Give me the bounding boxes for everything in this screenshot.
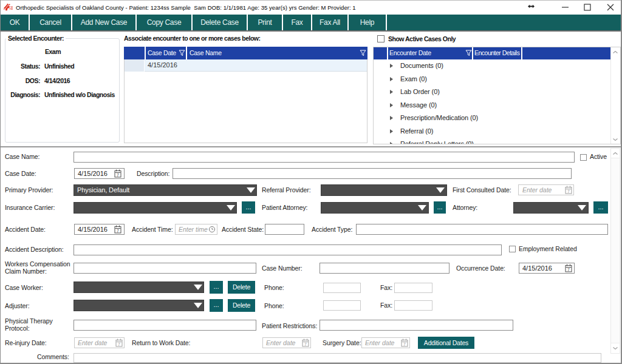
svg-text:7: 7 [304, 342, 307, 346]
svg-text:7: 7 [567, 189, 570, 194]
svg-text:7: 7 [118, 342, 120, 346]
svg-text:7: 7 [403, 342, 406, 346]
svg-text:7: 7 [117, 173, 119, 177]
svg-text:7: 7 [117, 229, 119, 233]
svg-text:7: 7 [567, 268, 570, 272]
